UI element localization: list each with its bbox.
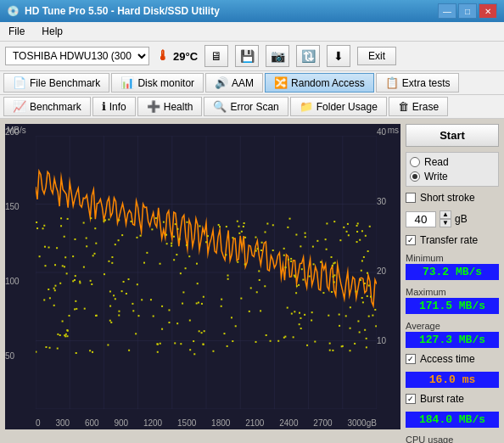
read-radio[interactable]: Read — [410, 156, 495, 168]
burst-rate-check: ✓ — [406, 394, 416, 404]
access-time-checkbox[interactable]: ✓ Access time — [406, 353, 499, 365]
x-1200: 1200 — [143, 418, 162, 428]
random-access-icon: 🔀 — [274, 76, 288, 89]
tab-extra-tests[interactable]: 📋 Extra tests — [376, 73, 460, 93]
y-left-150: 150 — [5, 202, 36, 211]
aam-icon: 🔊 — [215, 76, 228, 89]
title-bar-left: 💿 HD Tune Pro 5.50 - Hard Disk/SSD Utili… — [7, 5, 220, 17]
maximize-button[interactable]: □ — [458, 3, 477, 19]
write-radio-circle — [410, 171, 420, 182]
tab-erase[interactable]: 🗑 Erase — [389, 97, 448, 116]
drive-selector[interactable]: TOSHIBA HDWU130 (3000 gB) — [5, 47, 149, 65]
x-0: 0 — [36, 418, 41, 428]
average-value: 127.3 MB/s — [406, 332, 499, 348]
access-time-block: 16.0 ms — [406, 372, 499, 388]
cpu-usage-block: CPU usage 2.7% — [406, 435, 499, 443]
access-time-label: Access time — [420, 353, 475, 365]
exit-button[interactable]: Exit — [357, 47, 396, 65]
short-stroke-input[interactable] — [406, 211, 436, 227]
burst-rate-label: Burst rate — [420, 393, 464, 405]
x-3000: 3000gB — [347, 418, 376, 428]
y-right-20: 20 — [377, 266, 400, 276]
tab-random-access[interactable]: 🔀 Random Access — [265, 73, 374, 93]
x-axis-bottom: 0 300 600 900 1200 1500 1800 2100 2400 2… — [36, 417, 377, 429]
tab-folder-usage[interactable]: 📁 Folder Usage — [290, 97, 387, 116]
spin-down-button[interactable]: ▼ — [440, 219, 451, 227]
read-write-group: Read Write — [406, 152, 499, 187]
tab-error-scan[interactable]: 🔍 Error Scan — [204, 97, 288, 116]
read-radio-circle — [410, 157, 420, 167]
extra-tests-icon: 📋 — [385, 76, 399, 89]
transfer-rate-checkbox[interactable]: ✓ Transfer rate — [406, 234, 499, 246]
app-icon: 💿 — [7, 5, 20, 17]
maximum-value: 171.5 MB/s — [406, 298, 499, 314]
temperature-value: 29°C — [173, 50, 198, 63]
spin-up-button[interactable]: ▲ — [440, 210, 451, 219]
y-axis-right: 40 30 20 10 — [377, 124, 400, 409]
tab-disk-monitor[interactable]: 📊 Disk monitor — [111, 73, 204, 93]
title-bar-controls: — □ ✕ — [438, 3, 497, 19]
tab-aam[interactable]: 🔊 AAM — [205, 73, 263, 93]
disk-monitor-icon: 📊 — [120, 76, 134, 89]
x-900: 900 — [114, 418, 128, 428]
burst-rate-checkbox[interactable]: ✓ Burst rate — [406, 393, 499, 405]
tab-file-benchmark[interactable]: 📄 File Benchmark — [3, 73, 109, 93]
short-stroke-label: Short stroke — [420, 192, 475, 204]
tab-info[interactable]: ℹ Info — [92, 97, 136, 116]
maximum-label: Maximum — [406, 287, 499, 297]
file-benchmark-icon: 📄 — [13, 76, 26, 89]
health-icon: ➕ — [147, 100, 160, 113]
start-button[interactable]: Start — [406, 124, 499, 147]
toolbar: TOSHIBA HDWU130 (3000 gB) 🌡 29°C 🖥 💾 📷 🔃… — [0, 42, 504, 71]
minimum-value: 73.2 MB/s — [406, 264, 499, 280]
info-icon: ℹ — [102, 100, 106, 113]
x-2100: 2100 — [245, 418, 264, 428]
menu-help[interactable]: Help — [36, 24, 68, 39]
temperature-display: 🌡 29°C — [156, 48, 198, 64]
benchmark-icon: 📈 — [13, 100, 26, 113]
chart-canvas-wrapper — [36, 136, 377, 409]
burst-rate-block: 184.0 MB/s — [406, 412, 499, 428]
toolbar-btn-3[interactable]: 📷 — [266, 45, 289, 67]
access-time-check: ✓ — [406, 354, 416, 364]
erase-icon: 🗑 — [398, 100, 409, 113]
transfer-rate-label: Transfer rate — [420, 234, 478, 246]
side-panel: Start Read Write Short stroke ▲ ▼ — [406, 124, 499, 443]
tab-health[interactable]: ➕ Health — [137, 97, 203, 116]
average-block: Average 127.3 MB/s — [406, 321, 499, 348]
tab-benchmark[interactable]: 📈 Benchmark — [3, 97, 91, 116]
minimum-block: Minimum 73.2 MB/s — [406, 253, 499, 280]
menu-bar: File Help — [0, 22, 504, 42]
close-button[interactable]: ✕ — [479, 3, 497, 19]
tabs-row2: 📈 Benchmark ℹ Info ➕ Health 🔍 Error Scan… — [0, 95, 504, 119]
maximum-block: Maximum 171.5 MB/s — [406, 287, 499, 314]
x-2400: 2400 — [279, 418, 298, 428]
y-right-40: 40 — [377, 127, 400, 137]
y-right-10: 10 — [377, 336, 400, 345]
folder-usage-icon: 📁 — [300, 100, 313, 113]
x-300: 300 — [55, 418, 70, 428]
short-stroke-check — [406, 193, 416, 203]
y-left-200: 200 — [5, 127, 36, 137]
x-1800: 1800 — [211, 418, 230, 428]
short-stroke-unit: gB — [455, 213, 468, 225]
write-label: Write — [424, 171, 448, 182]
title-bar: 💿 HD Tune Pro 5.50 - Hard Disk/SSD Utili… — [0, 0, 504, 22]
minimize-button[interactable]: — — [438, 3, 456, 19]
x-2700: 2700 — [313, 418, 332, 428]
toolbar-btn-4[interactable]: 🔃 — [296, 45, 320, 67]
toolbar-btn-2[interactable]: 💾 — [235, 45, 259, 67]
tabs-row1: 📄 File Benchmark 📊 Disk monitor 🔊 AAM 🔀 … — [0, 71, 504, 95]
short-stroke-checkbox[interactable]: Short stroke — [406, 192, 499, 204]
y-left-100: 100 — [5, 277, 36, 286]
toolbar-btn-5[interactable]: ⬇ — [327, 45, 350, 67]
menu-file[interactable]: File — [3, 24, 30, 39]
window-title: HD Tune Pro 5.50 - Hard Disk/SSD Utility — [25, 5, 220, 17]
cpu-usage-label: CPU usage — [406, 435, 499, 443]
write-radio[interactable]: Write — [410, 171, 495, 182]
minimum-label: Minimum — [406, 253, 499, 263]
toolbar-btn-1[interactable]: 🖥 — [204, 45, 228, 67]
x-1500: 1500 — [177, 418, 196, 428]
thermometer-icon: 🌡 — [156, 48, 170, 64]
chart-canvas — [36, 136, 377, 409]
